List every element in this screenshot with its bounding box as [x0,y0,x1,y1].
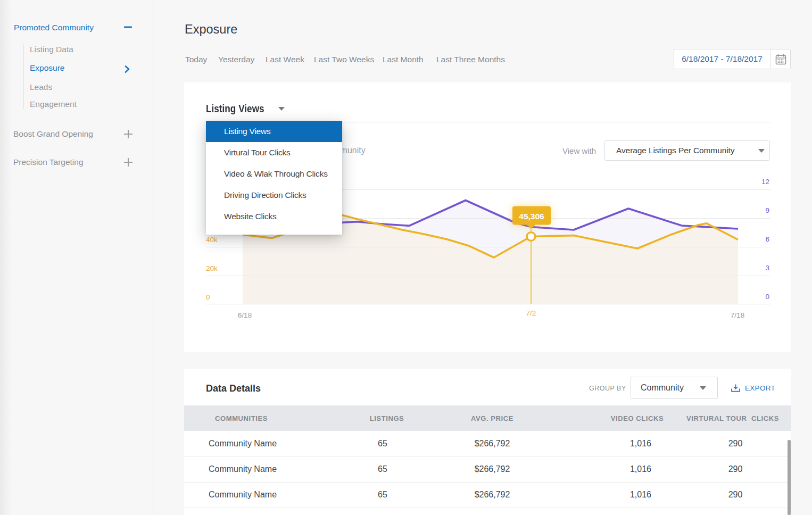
svg-text:7/2: 7/2 [526,309,536,317]
svg-text:7/18: 7/18 [731,311,744,319]
svg-text:40k: 40k [206,236,218,244]
svg-text:0: 0 [206,293,210,301]
svg-text:20k: 20k [206,264,218,272]
svg-text:3: 3 [765,264,769,272]
svg-text:6/18: 6/18 [238,311,252,319]
svg-text:9: 9 [765,206,769,214]
svg-text:12: 12 [761,178,769,186]
svg-text:45,306: 45,306 [519,212,544,221]
svg-text:6: 6 [765,235,769,243]
svg-text:0: 0 [765,293,769,301]
